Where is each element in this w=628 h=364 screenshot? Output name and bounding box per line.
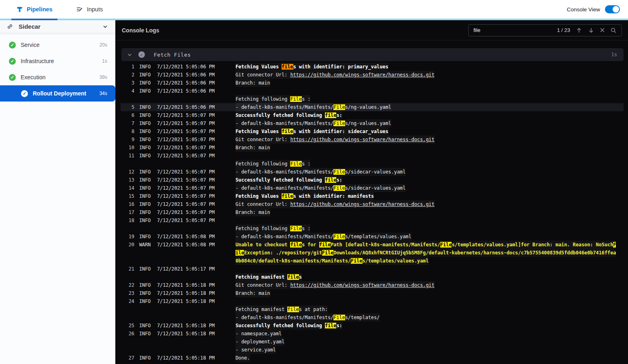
log-level: INFO: [139, 111, 157, 119]
log-text: s/templates/values.yaml: [345, 234, 412, 239]
previous-match-icon[interactable]: [576, 27, 582, 34]
log-line-number: 24: [121, 297, 134, 305]
log-line-number: 14: [121, 184, 134, 192]
log-message: - default-k8s-manifests/Manifests/Files/…: [236, 313, 380, 322]
log-text: Fetching Values: [236, 193, 282, 199]
log-text: Done.: [236, 355, 250, 361]
log-message: - service.yaml: [236, 346, 276, 354]
collapse-chevron-icon[interactable]: [127, 52, 132, 57]
log-level: INFO: [139, 63, 157, 71]
tab-pipelines[interactable]: Pipelines: [16, 6, 53, 13]
console-header: Console Logs 1 / 23: [115, 20, 628, 40]
log-timestamp: 7/12/2021 5:05:06 PM: [157, 71, 236, 79]
sidebar: Sidecar ✓Service20s✓Infrastructure1s✓Exe…: [0, 20, 115, 364]
log-line: ileException: ./repository/gitFileDownlo…: [121, 249, 624, 257]
log-text: s at path:: [299, 307, 328, 312]
log-message: Fetching manifest files at path:: [236, 305, 328, 313]
log-line: Fetching following Files :: [121, 95, 624, 103]
log-timestamp: [157, 224, 236, 233]
log-timestamp: 7/12/2021 5:05:07 PM: [157, 208, 236, 216]
log-line: 13INFO7/12/2021 5:05:07 PMSuccessfully f…: [121, 176, 624, 184]
log-message: Done.: [236, 354, 250, 362]
log-line: 20WARN7/12/2021 5:05:08 PMUnable to chec…: [121, 241, 624, 249]
log-text: s/sidecar-values.yaml: [345, 169, 406, 175]
log-link[interactable]: https://github.com/wings-software/harnes…: [290, 137, 434, 142]
log-level: [139, 273, 157, 281]
log-text: Fetching Values: [236, 129, 282, 134]
log-message: - default-k8s-manifests/Manifests/Files/…: [236, 168, 405, 176]
log-timestamp: [157, 160, 236, 168]
console-view-label: Console View: [567, 6, 600, 13]
log-timestamp: [157, 273, 236, 281]
log-text: - default-k8s-manifests/Manifests/: [236, 234, 333, 239]
log-line-number: 8: [121, 127, 134, 135]
log-timestamp: 7/12/2021 5:05:08 PM: [157, 241, 236, 249]
log-line-number: 13: [121, 176, 134, 184]
log-text: - default-k8s-manifests/Manifests/: [236, 185, 333, 191]
sidebar-item-execution[interactable]: ✓Execution39s: [0, 69, 115, 85]
success-check-icon: ✓: [21, 90, 28, 97]
sidebar-stage-header[interactable]: Sidecar: [0, 20, 115, 33]
log-timestamp: [157, 346, 236, 354]
top-nav: Pipelines Inputs Console View: [0, 0, 628, 19]
log-link[interactable]: https://github.com/wings-software/harnes…: [290, 201, 434, 207]
log-line-number: 11: [121, 152, 134, 160]
log-message: Fetching Values files with identifier: m…: [236, 192, 374, 200]
log-text: s/sidecar-values.yaml: [345, 185, 406, 191]
log-timestamp: 7/12/2021 5:05:07 PM: [157, 152, 236, 160]
log-text: - service.yaml: [236, 347, 276, 353]
sidebar-item-service[interactable]: ✓Service20s: [0, 37, 115, 53]
log-text: Fetching manifest: [236, 274, 287, 280]
link-icon: [6, 23, 13, 30]
search-match: F: [613, 242, 616, 248]
log-level: INFO: [139, 289, 157, 297]
log-timestamp: 7/12/2021 5:05:18 PM: [157, 289, 236, 297]
log-line: 14INFO7/12/2021 5:05:07 PM- default-k8s-…: [121, 184, 624, 192]
log-line: 2INFO7/12/2021 5:05:06 PMGit connector U…: [121, 71, 624, 79]
log-message: Successfully fetched following files:: [236, 322, 342, 330]
log-link[interactable]: https://github.com/wings-software/harnes…: [290, 72, 434, 78]
pipelines-icon: [16, 6, 23, 13]
success-check-icon: ✓: [9, 74, 16, 81]
sidebar-items: ✓Service20s✓Infrastructure1s✓Execution39…: [0, 33, 115, 102]
log-level: INFO: [139, 103, 157, 111]
console-view-toggle[interactable]: [605, 5, 620, 13]
search-match: File: [290, 226, 302, 231]
log-line: 12INFO7/12/2021 5:05:07 PM- default-k8s-…: [121, 168, 624, 176]
log-line: 15INFO7/12/2021 5:05:07 PMFetching Value…: [121, 192, 624, 200]
log-level: INFO: [139, 233, 157, 241]
console-panel: Console Logs 1 / 23 ✓ Fetch Files 1s 1IN…: [115, 20, 628, 364]
log-text: Branch: main: [236, 290, 270, 296]
log-line-number: 18: [121, 216, 134, 224]
search-icon[interactable]: [610, 27, 617, 34]
sidebar-item-infrastructure[interactable]: ✓Infrastructure1s: [0, 53, 115, 69]
log-message: Fetching manifest files: [236, 273, 302, 281]
log-line-number: 5: [121, 103, 134, 111]
close-search-icon[interactable]: [600, 28, 605, 32]
log-link[interactable]: https://github.com/wings-software/harnes…: [290, 282, 434, 288]
log-line: - default-k8s-manifests/Manifests/Files/…: [121, 313, 624, 322]
log-timestamp: 7/12/2021 5:05:18 PM: [157, 281, 236, 289]
log-section-header[interactable]: ✓ Fetch Files 1s: [121, 48, 624, 61]
log-timestamp: 7/12/2021 5:05:18 PM: [157, 354, 236, 362]
log-line: 24INFO7/12/2021 5:05:18 PM: [121, 297, 624, 305]
log-message: - namespace.yaml: [236, 330, 282, 338]
log-timestamp: 7/12/2021 5:05:07 PM: [157, 200, 236, 208]
log-line-number: 9: [121, 135, 134, 144]
search-match: File: [333, 104, 345, 110]
log-line-number: 10: [121, 144, 134, 152]
log-timestamp: 7/12/2021 5:05:06 PM: [157, 63, 236, 71]
search-input[interactable]: [473, 27, 551, 33]
log-line-number: 22: [121, 281, 134, 289]
sidebar-item-rollout-deployment[interactable]: ✓Rollout Deployment34s: [0, 85, 115, 102]
next-match-icon[interactable]: [588, 27, 594, 34]
tab-inputs[interactable]: Inputs: [76, 6, 103, 13]
chevron-down-icon[interactable]: [102, 24, 108, 30]
search-match: file: [319, 242, 331, 248]
log-text: Git connector Url:: [236, 72, 290, 78]
log-message: - default-k8s-manifests/Manifests/Files/…: [236, 119, 391, 127]
log-level: INFO: [139, 71, 157, 79]
search-match: File: [290, 161, 302, 167]
search-match: file: [287, 307, 299, 312]
log-message: - default-k8s-manifests/Manifests/Files/…: [236, 233, 412, 241]
